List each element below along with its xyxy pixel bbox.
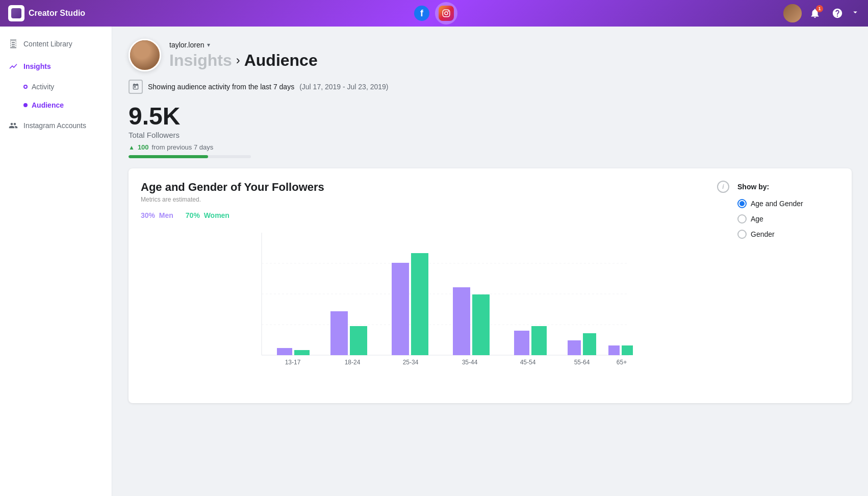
instagram-icon <box>439 6 454 21</box>
sidebar-item-insights[interactable]: Insights <box>0 55 112 78</box>
chart-main: Age and Gender of Your Followers Metrics… <box>141 181 729 391</box>
audience-dot <box>23 103 28 107</box>
svg-text:13-17: 13-17 <box>285 359 301 366</box>
chart-legend: 30% Men 70% Women <box>141 211 729 219</box>
bar-25-34-women <box>411 253 428 355</box>
bar-35-44-men <box>453 287 470 355</box>
chart-title: Age and Gender of Your Followers <box>141 181 324 194</box>
date-range: (Jul 17, 2019 - Jul 23, 2019) <box>299 83 388 91</box>
change-value: 100 <box>138 143 149 151</box>
bar-13-17-women <box>294 350 310 355</box>
bar-65plus-women <box>622 345 633 355</box>
bar-45-54-men <box>514 331 529 355</box>
bar-13-17-men <box>277 348 292 355</box>
show-by-panel: Show by: Age and Gender Age Gender <box>737 181 839 391</box>
breadcrumb-current: Audience <box>244 51 318 70</box>
sidebar-item-insights-label: Insights <box>23 62 51 70</box>
bar-chart: 13-17 18-24 25-34 <box>141 228 729 391</box>
radio-age-gender <box>737 199 747 208</box>
followers-label: Total Followers <box>129 131 852 139</box>
bar-18-24-men <box>330 311 348 355</box>
sidebar-item-activity-label: Activity <box>32 83 54 91</box>
svg-text:55-64: 55-64 <box>574 359 590 366</box>
username-row: taylor.loren ▾ <box>169 41 318 49</box>
expand-button[interactable] <box>851 8 860 19</box>
top-nav: Creator Studio f 1 <box>0 0 868 27</box>
progress-bar-container <box>129 155 251 158</box>
breadcrumb: Insights › Audience <box>169 51 318 70</box>
show-by-age-gender[interactable]: Age and Gender <box>737 199 839 208</box>
notifications-button[interactable]: 1 <box>806 4 824 22</box>
sidebar-item-audience[interactable]: Audience <box>0 96 112 114</box>
bar-25-34-men <box>392 263 409 355</box>
bar-35-44-women <box>472 294 490 355</box>
bar-18-24-women <box>350 326 367 355</box>
username: taylor.loren <box>169 41 204 49</box>
change-arrow-icon: ▲ <box>129 144 135 151</box>
sidebar-item-instagram-accounts-label: Instagram Accounts <box>23 121 86 130</box>
app-title: Creator Studio <box>29 9 85 18</box>
date-filter-label: Showing audience activity from the last … <box>148 83 294 91</box>
notification-badge: 1 <box>816 5 823 12</box>
bar-55-64-women <box>583 333 596 355</box>
women-label: Women <box>204 211 229 219</box>
radio-gender <box>737 230 747 239</box>
svg-text:35-44: 35-44 <box>462 359 478 366</box>
app-logo <box>8 5 24 21</box>
bar-65plus-men <box>608 345 620 355</box>
page-header: taylor.loren ▾ Insights › Audience <box>129 39 852 71</box>
activity-dot <box>23 85 28 89</box>
progress-bar-fill <box>129 155 208 158</box>
sidebar: Content Library Insights Activity Audien… <box>0 27 112 496</box>
header-text: taylor.loren ▾ Insights › Audience <box>169 41 318 70</box>
bar-45-54-women <box>531 326 547 355</box>
show-by-title: Show by: <box>737 183 839 191</box>
change-label: from previous 7 days <box>152 143 214 151</box>
followers-count: 9.5K <box>129 104 852 129</box>
sidebar-item-instagram-accounts[interactable]: Instagram Accounts <box>0 114 112 137</box>
user-avatar[interactable] <box>783 4 802 22</box>
chart-subtitle: Metrics are estimated. <box>141 196 324 203</box>
help-button[interactable] <box>828 4 847 22</box>
main-layout: Content Library Insights Activity Audien… <box>0 27 868 496</box>
platform-switcher: f <box>411 2 457 24</box>
bar-55-64-men <box>568 340 581 355</box>
followers-stat: 9.5K Total Followers ▲ 100 from previous… <box>129 104 852 158</box>
svg-point-2 <box>448 11 449 12</box>
option-age-label: Age <box>751 215 763 223</box>
sidebar-item-activity[interactable]: Activity <box>0 78 112 96</box>
app-branding: Creator Studio <box>8 5 85 21</box>
breadcrumb-separator: › <box>236 53 240 67</box>
breadcrumb-parent: Insights <box>169 51 232 70</box>
facebook-nav-button[interactable]: f <box>411 2 433 24</box>
svg-text:65+: 65+ <box>617 359 627 366</box>
chart-section: Age and Gender of Your Followers Metrics… <box>129 168 852 403</box>
show-by-age[interactable]: Age <box>737 214 839 224</box>
chart-info-icon[interactable]: i <box>717 181 729 193</box>
women-percent: 70% <box>186 211 200 219</box>
instagram-nav-button[interactable] <box>435 2 457 24</box>
svg-text:25-34: 25-34 <box>403 359 419 366</box>
grid-icon <box>8 39 18 49</box>
men-percent: 30% <box>141 211 155 219</box>
chart-header: Age and Gender of Your Followers Metrics… <box>141 181 324 211</box>
username-dropdown-arrow[interactable]: ▾ <box>207 41 210 48</box>
option-gender-label: Gender <box>751 230 775 238</box>
chart-svg: 13-17 18-24 25-34 <box>141 228 729 381</box>
facebook-icon: f <box>414 6 429 21</box>
show-by-gender[interactable]: Gender <box>737 230 839 239</box>
svg-point-0 <box>445 12 448 15</box>
legend-women: 70% Women <box>186 211 229 219</box>
instagram-accounts-icon <box>8 120 18 131</box>
calendar-icon[interactable] <box>129 80 143 94</box>
date-filter-bar: Showing audience activity from the last … <box>129 80 852 94</box>
svg-text:18-24: 18-24 <box>345 359 361 366</box>
option-age-gender-label: Age and Gender <box>751 200 803 208</box>
sidebar-item-content-library[interactable]: Content Library <box>0 33 112 55</box>
insights-icon <box>8 61 18 71</box>
svg-text:45-54: 45-54 <box>520 359 536 366</box>
sidebar-item-content-library-label: Content Library <box>23 40 72 48</box>
men-label: Men <box>159 211 173 219</box>
main-content: taylor.loren ▾ Insights › Audience Showi… <box>112 27 868 496</box>
radio-age-gender-fill <box>739 201 745 206</box>
